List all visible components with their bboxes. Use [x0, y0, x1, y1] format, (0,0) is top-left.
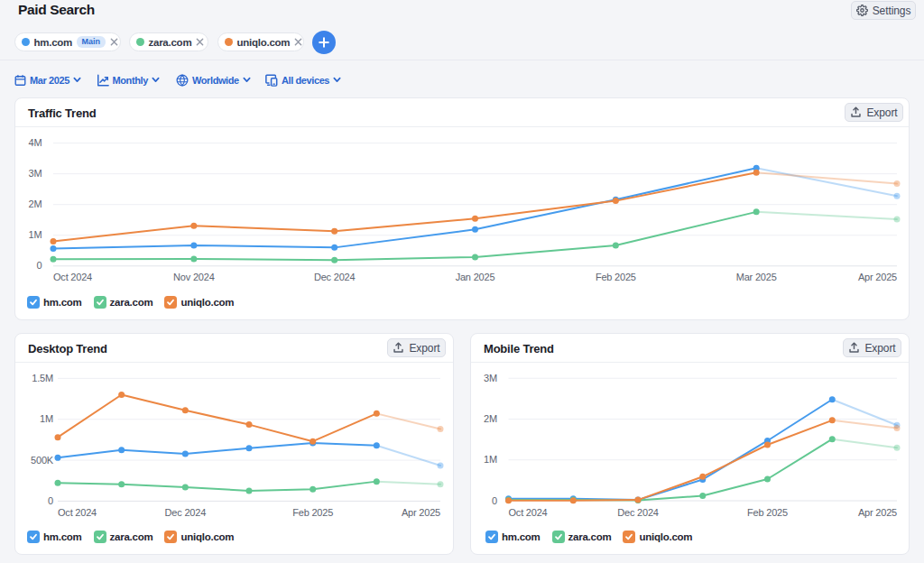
svg-text:Feb 2025: Feb 2025: [596, 272, 636, 282]
svg-text:4M: 4M: [29, 137, 42, 148]
svg-text:Apr 2025: Apr 2025: [858, 507, 897, 518]
svg-text:3M: 3M: [484, 373, 497, 383]
svg-text:Oct 2024: Oct 2024: [53, 272, 92, 282]
svg-text:Dec 2024: Dec 2024: [165, 507, 207, 518]
svg-text:Oct 2024: Oct 2024: [509, 507, 548, 518]
svg-text:0: 0: [48, 495, 53, 506]
svg-text:3M: 3M: [29, 168, 42, 179]
svg-text:Jan 2025: Jan 2025: [456, 272, 495, 282]
svg-text:1M: 1M: [29, 229, 42, 240]
svg-text:Apr 2025: Apr 2025: [858, 272, 897, 282]
svg-text:Dec 2024: Dec 2024: [314, 272, 356, 282]
svg-text:1M: 1M: [484, 454, 497, 465]
svg-text:Dec 2024: Dec 2024: [617, 507, 659, 518]
svg-text:1.5M: 1.5M: [32, 373, 53, 383]
svg-text:0: 0: [37, 260, 42, 271]
svg-text:Feb 2025: Feb 2025: [292, 507, 333, 518]
svg-text:Mar 2025: Mar 2025: [736, 272, 777, 282]
svg-text:Oct 2024: Oct 2024: [58, 507, 97, 518]
svg-text:Apr 2025: Apr 2025: [402, 507, 440, 518]
svg-text:0: 0: [492, 495, 497, 506]
svg-text:2M: 2M: [29, 198, 42, 209]
svg-text:Nov 2024: Nov 2024: [173, 272, 215, 282]
svg-text:Feb 2025: Feb 2025: [747, 507, 788, 518]
svg-text:2M: 2M: [484, 413, 497, 424]
svg-text:1M: 1M: [40, 413, 53, 424]
svg-text:500K: 500K: [31, 455, 54, 466]
